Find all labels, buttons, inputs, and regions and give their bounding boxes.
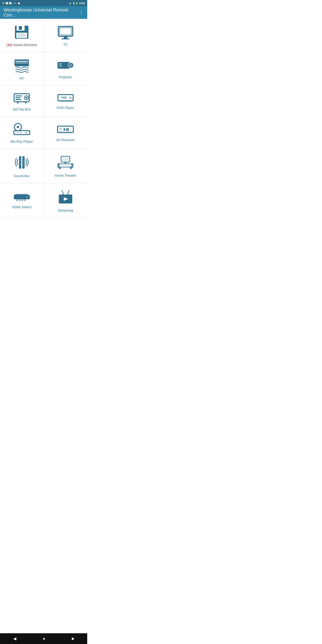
grid-cell-set-top-box[interactable]: Set-Top Box [0, 86, 44, 117]
hdmi-label: HDMI Switch [12, 205, 32, 209]
svg-point-50 [23, 158, 24, 159]
svg-rect-64 [16, 199, 18, 201]
svg-rect-43 [58, 132, 73, 134]
svg-rect-24 [17, 102, 18, 104]
set-top-box-icon [14, 92, 30, 104]
svg-rect-59 [70, 167, 72, 169]
settings-icon: ⚙ [2, 2, 5, 5]
status-time: 2:52 [79, 2, 85, 5]
svg-rect-4 [18, 33, 26, 37]
svg-point-52 [23, 162, 24, 164]
search-icon-1: 🅿 [6, 2, 8, 4]
grid-cell-streaming[interactable]: Streaming [44, 183, 87, 218]
set-top-box-label: Set-Top Box [12, 107, 31, 111]
svg-rect-30 [59, 101, 72, 102]
svg-rect-11 [16, 62, 28, 64]
svg-rect-56 [64, 162, 66, 163]
svg-rect-57 [59, 164, 72, 167]
svg-rect-40 [68, 128, 69, 131]
svg-point-51 [23, 160, 24, 161]
svg-rect-28 [59, 97, 66, 97]
svg-rect-34 [16, 132, 22, 132]
clipboard-icon: 📋 [18, 2, 20, 4]
svg-line-70 [67, 190, 69, 195]
status-bar: ⚙ 🅿 🅿 ▪ ✦ 📋 ▲ ▐ 🔋 2:52 [0, 0, 87, 6]
app-title: Westinghouse Universal Remote Con... [4, 8, 79, 18]
svg-rect-15 [59, 63, 62, 64]
grid-cell-ac[interactable]: AC [0, 52, 44, 86]
svg-point-32 [17, 126, 19, 128]
svg-point-49 [20, 165, 20, 166]
grid-cell-tv[interactable]: TV [44, 19, 87, 52]
streaming-label: Streaming [58, 208, 73, 212]
sound-bar-label: Sound Bar [14, 174, 30, 178]
app-bar: Westinghouse Universal Remote Con... ⋮ [0, 6, 87, 19]
menu-button[interactable]: ⋮ [79, 10, 84, 16]
svg-rect-25 [25, 102, 26, 104]
grid-cell-dvd-player[interactable]: DVD DVD Player [44, 86, 87, 117]
status-bar-right: ▲ ▐ 🔋 2:52 [69, 2, 85, 5]
svg-rect-8 [62, 38, 70, 39]
svg-rect-66 [22, 199, 23, 201]
square-icon: ▪ [12, 2, 14, 4]
svg-rect-33 [14, 130, 30, 134]
sun-icon: ✦ [14, 2, 16, 4]
svg-point-29 [69, 96, 72, 99]
grid-cell-home-theater[interactable]: Home Theater [44, 149, 87, 183]
svg-rect-41 [59, 128, 62, 128]
svg-marker-38 [64, 128, 66, 131]
svg-rect-67 [24, 199, 26, 201]
svg-rect-21 [16, 99, 21, 100]
svg-rect-36 [16, 133, 22, 133]
svg-rect-2 [19, 26, 22, 30]
svg-point-68 [26, 196, 28, 198]
svg-rect-63 [15, 194, 28, 195]
grid-cell-projector[interactable]: Projector [44, 52, 87, 86]
grid-cell-sound-bar[interactable]: Sound Bar [0, 149, 44, 183]
tv-icon [58, 26, 74, 39]
grid-cell-hdmi-switch[interactable]: HDMI Switch [0, 183, 44, 218]
svg-rect-17 [59, 66, 62, 67]
svg-rect-20 [16, 97, 20, 98]
tv-label: TV [63, 42, 68, 46]
av-receiver-icon [57, 125, 74, 135]
sound-bar-icon [14, 155, 30, 171]
svg-point-46 [20, 158, 20, 159]
svg-rect-42 [59, 130, 62, 130]
svg-point-53 [23, 165, 24, 166]
dvd-label: DVD Player [56, 106, 74, 110]
svg-line-69 [62, 190, 64, 195]
svg-point-48 [20, 162, 20, 164]
grid-cell-blu-ray[interactable]: Blu-Ray Player [0, 117, 44, 149]
hdmi-icon [14, 193, 30, 202]
grid-cell-saved-remotes[interactable]: (10) Saved Remotes [0, 19, 44, 52]
ac-label: AC [20, 76, 24, 80]
svg-rect-39 [66, 128, 67, 131]
svg-rect-55 [62, 157, 69, 161]
svg-point-47 [20, 160, 20, 161]
streaming-icon [58, 190, 74, 205]
svg-rect-6 [60, 28, 71, 35]
projector-label: Projector [58, 75, 72, 79]
svg-rect-60 [58, 163, 59, 168]
wifi-icon: ▲ [69, 2, 72, 5]
svg-rect-61 [72, 163, 73, 168]
grid-cell-av-receiver[interactable]: AV Receiver [44, 117, 87, 149]
svg-rect-16 [59, 64, 62, 65]
svg-point-35 [26, 132, 27, 134]
home-theater-label: Home Theater [55, 174, 76, 177]
dvd-icon: DVD [58, 94, 74, 103]
svg-rect-7 [64, 37, 67, 38]
signal-icon: ▐ [73, 2, 74, 4]
ac-icon [14, 58, 30, 73]
bluray-label: Blu-Ray Player [10, 140, 33, 143]
bluray-icon [14, 123, 30, 136]
av-receiver-label: AV Receiver [56, 138, 74, 142]
svg-rect-10 [16, 61, 28, 62]
svg-point-23 [26, 97, 27, 98]
svg-rect-65 [19, 199, 20, 201]
status-bar-left: ⚙ 🅿 🅿 ▪ ✦ 📋 [2, 2, 20, 5]
device-grid: (10) Saved Remotes TV [0, 19, 87, 218]
svg-rect-19 [16, 96, 22, 96]
svg-rect-58 [59, 167, 60, 169]
